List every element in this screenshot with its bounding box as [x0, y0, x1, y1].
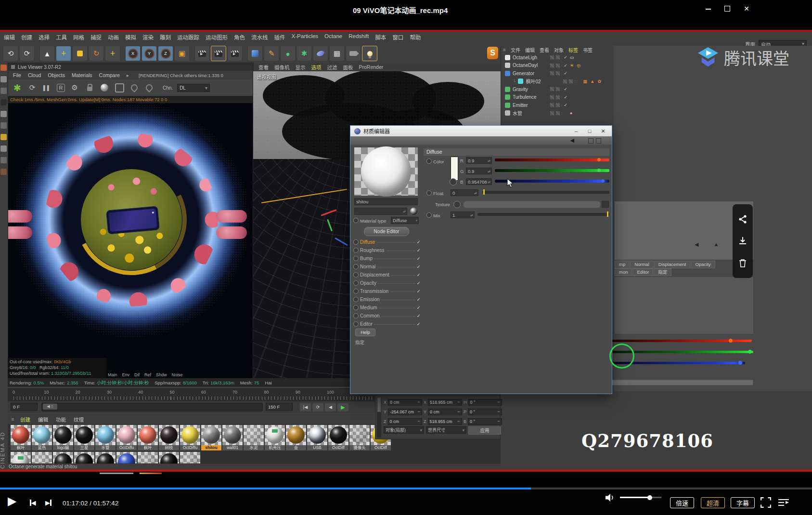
play-button[interactable]: ▶	[8, 494, 16, 508]
texture-link-icon[interactable]	[453, 201, 461, 208]
subtitle-button[interactable]: 字幕	[731, 497, 755, 508]
coord-mode-dropdown[interactable]: 对象(局部)	[384, 426, 424, 434]
viewport-label[interactable]: 透视视图	[257, 73, 276, 80]
r-value-field[interactable]: 0.9▴▾	[466, 157, 492, 164]
end-frame-field[interactable]: 150 F	[266, 403, 293, 411]
coordinate-system-icon[interactable]: ▣	[174, 46, 190, 61]
channel-checkbox[interactable]	[417, 297, 421, 302]
menu-item[interactable]: 脚本	[375, 33, 386, 42]
material-swatch[interactable]	[138, 452, 158, 463]
object-manager-menu-item[interactable]: 书签	[583, 46, 593, 53]
download-icon[interactable]	[738, 236, 748, 246]
pen-spline-icon[interactable]: ✎	[264, 46, 279, 61]
channel-radio-icon[interactable]	[353, 289, 359, 294]
menu-item[interactable]: 动画	[108, 33, 119, 42]
menu-item[interactable]: 编辑	[4, 33, 15, 42]
render-pass-tab[interactable]: Noise	[172, 372, 183, 377]
lock-z-axis-icon[interactable]: Z	[158, 46, 173, 61]
material-swatch[interactable]: wall01	[222, 425, 243, 450]
camera-icon[interactable]	[346, 46, 361, 61]
preview-render-icon[interactable]	[410, 208, 417, 215]
material-manager-menu-item[interactable]: 编辑	[38, 416, 48, 423]
material-channel[interactable]: Displacement	[353, 271, 421, 279]
material-ball-icon[interactable]	[99, 82, 110, 93]
primitive-cube-icon[interactable]	[247, 46, 263, 61]
menu-item[interactable]: 运动跟踪	[177, 33, 199, 42]
viewport-menu-item[interactable]: 面板	[343, 64, 353, 71]
material-swatch[interactable]	[180, 452, 200, 463]
menu-item[interactable]: 渲染	[142, 33, 154, 42]
object-row[interactable]: OctaneDayl :✓ ☀ ◎	[505, 62, 614, 70]
undo-icon[interactable]: ⟲	[3, 46, 18, 61]
material-manager-menu-item[interactable]: 纹理	[74, 416, 84, 423]
channel-checkbox[interactable]	[417, 305, 421, 310]
preview-scene-dropdown[interactable]: ▴▾	[354, 208, 407, 215]
strip-icon[interactable]	[0, 99, 7, 106]
last-tool-icon[interactable]: +	[105, 46, 120, 61]
viewport-menu-item[interactable]: 选项	[311, 64, 322, 71]
object-tags[interactable]: ☀ ◎	[570, 63, 581, 68]
material-swatch[interactable]: 摄像头	[349, 425, 370, 450]
object-manager-menu-item[interactable]: 编辑	[525, 46, 535, 53]
menu-item[interactable]: 窗口	[392, 33, 403, 42]
move-tool-icon[interactable]: +	[56, 46, 71, 61]
channel-tab[interactable]: Opacity	[691, 261, 715, 268]
redo-icon[interactable]: ⟳	[19, 46, 35, 61]
menu-item[interactable]: 模拟	[125, 33, 136, 42]
channel-radio-icon[interactable]	[353, 321, 359, 327]
object-pin-icon[interactable]	[144, 82, 155, 93]
coord-input[interactable]: 0 °	[468, 399, 503, 406]
playlist-icon[interactable]	[778, 499, 789, 506]
material-swatch[interactable]: USB	[307, 425, 327, 450]
channel-radio-icon[interactable]	[353, 272, 359, 277]
object-manager-menu-item[interactable]: 标签	[568, 46, 578, 53]
object-tags[interactable]: ●	[570, 111, 573, 116]
material-swatch[interactable]: 水泥	[244, 425, 264, 450]
channel-tab[interactable]: mon	[615, 268, 632, 276]
render-pass-tab[interactable]: Dif	[134, 372, 140, 377]
material-swatch[interactable]: 机壳压	[265, 425, 285, 450]
material-swatch[interactable]	[74, 452, 94, 463]
coord-input[interactable]: 0 °	[468, 409, 502, 415]
strip-icon[interactable]	[0, 88, 7, 94]
g-slider[interactable]	[495, 169, 609, 172]
object-tags[interactable]: ▦ ▲ ✿	[583, 79, 602, 84]
render-settings-icon[interactable]	[227, 46, 243, 61]
object-row[interactable]: Emitter :✓	[505, 101, 614, 109]
live-viewer-menu-item[interactable]: Materials	[72, 72, 92, 78]
blue-slider-handle[interactable]	[738, 361, 742, 365]
object-row[interactable]: Gravity :✓	[505, 85, 614, 93]
object-row[interactable]: OctaneLigh :✓ ▭	[505, 53, 614, 62]
object-row[interactable]: 水管 :✓ ●	[505, 109, 614, 118]
previous-frame-button[interactable]: ◀	[324, 403, 336, 412]
scale-tool-icon[interactable]	[72, 46, 88, 61]
help-button[interactable]: Help	[355, 329, 375, 336]
channel-tab[interactable]: mp	[615, 261, 630, 268]
menu-item[interactable]: Octane	[324, 33, 342, 42]
viewport-menu-item[interactable]: 查看	[258, 64, 269, 71]
channel-radio-icon[interactable]	[353, 239, 359, 245]
playback-speed-button[interactable]: 倍速	[670, 497, 694, 508]
channel-radio-icon[interactable]	[353, 256, 359, 261]
channel-checkbox[interactable]	[417, 239, 421, 245]
video-progress-track[interactable]	[0, 488, 812, 489]
go-to-start-button[interactable]: |◀	[299, 403, 311, 412]
subdivision-surface-icon[interactable]: ●	[280, 46, 296, 61]
material-swatch[interactable]	[11, 452, 31, 463]
channel-checkbox[interactable]	[417, 248, 421, 253]
dialog-close-button[interactable]: ✕	[597, 127, 609, 135]
material-swatch[interactable]: 金	[286, 425, 306, 450]
material-swatch[interactable]	[32, 452, 52, 463]
spline-bean-icon[interactable]	[313, 46, 328, 61]
render-canvas[interactable]	[8, 103, 253, 379]
coord-input[interactable]: 0 cm	[388, 418, 423, 425]
menu-item[interactable]: 帮助	[410, 33, 421, 42]
menu-item[interactable]: X-Particles	[292, 33, 319, 42]
render-pass-tab[interactable]: Ref	[144, 372, 151, 377]
channel-radio-icon[interactable]	[353, 264, 359, 269]
assign-section-label[interactable]: 指定	[355, 339, 364, 345]
window-maximize-button[interactable]	[722, 4, 733, 13]
material-swatch[interactable]: 蓝色	[32, 425, 52, 450]
camera-pin-icon[interactable]	[129, 82, 140, 93]
material-name-field[interactable]: shitou	[354, 198, 418, 205]
